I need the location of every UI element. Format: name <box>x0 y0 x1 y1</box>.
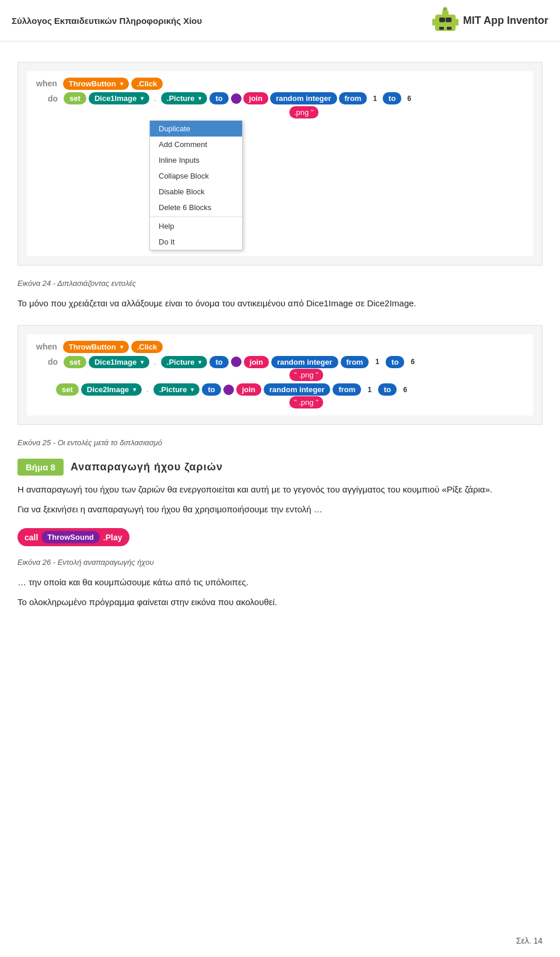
picture-25-2: .Picture ▾ <box>153 383 200 396</box>
blocks-area-24: when ThrowButton ▾ .Click do set <box>27 71 533 256</box>
context-menu-wrapper: Duplicate Add Comment Inline Inputs Coll… <box>149 120 527 250</box>
png-row-25-1: " .png " <box>289 369 527 380</box>
do-row-25-2: set Dice2Image ▾ . .Picture ▾ to join <box>56 383 527 396</box>
step-8-badge: Βήμα 8 <box>18 459 64 476</box>
context-menu: Duplicate Add Comment Inline Inputs Coll… <box>149 120 243 250</box>
join-block-label: join <box>243 92 268 104</box>
png-text-25-2: " .png " <box>289 396 323 408</box>
text-paragraph-1: Το μόνο που χρειάζεται να αλλάξουμε είνα… <box>18 296 542 310</box>
purple-circle-25-2 <box>223 385 234 395</box>
random-integer-block: random integer <box>270 92 337 104</box>
dot-connector: . <box>152 93 159 104</box>
text-paragraph-5: Το ολοκληρωμένο πρόγραμμα φαίνεται στην … <box>18 595 542 609</box>
do-row-24: do set Dice1Image ▾ . .Picture ▾ <box>44 92 527 105</box>
when-keyword: when <box>33 77 61 90</box>
join-25-1: join <box>244 356 269 368</box>
svg-rect-4 <box>456 19 459 26</box>
dropdown-arrow: ▾ <box>120 81 123 87</box>
from-label: from <box>339 92 368 104</box>
menu-add-comment[interactable]: Add Comment <box>150 137 242 152</box>
png-row: .png " <box>289 107 527 117</box>
text-paragraph-2: Η αναπαραγωγή του ήχου των ζαριών θα ενε… <box>18 483 542 497</box>
svg-point-9 <box>444 8 446 11</box>
menu-inline-inputs[interactable]: Inline Inputs <box>150 152 242 168</box>
click-block-25: .Click <box>131 341 163 353</box>
do-keyword: do <box>44 92 61 105</box>
menu-do-it[interactable]: Do It <box>150 234 242 250</box>
call-block-display: call ThrowSound .Play <box>18 528 130 546</box>
figure-24-container: when ThrowButton ▾ .Click do set <box>18 62 542 266</box>
page-number: Σελ. 14 <box>516 936 542 945</box>
svg-rect-2 <box>446 18 452 22</box>
blocks-area-25: when ThrowButton ▾ .Click do set Dice1Im… <box>27 334 533 415</box>
n1-25-1: 1 <box>371 357 383 367</box>
when-keyword-25: when <box>33 340 61 353</box>
num1-block: 1 <box>369 93 381 104</box>
call-block-container: call ThrowSound .Play <box>18 523 542 551</box>
dice1image-25: Dice1Image ▾ <box>89 356 149 368</box>
from-25-2: from <box>332 383 361 396</box>
to2-25-1: to <box>386 356 404 368</box>
set-label-25: set <box>64 356 86 368</box>
click-block: .Click <box>131 78 163 90</box>
num6-block: 6 <box>403 93 415 104</box>
org-name: Σύλλογος Εκπαιδευτικών Πληροφορικής Χίου <box>12 16 202 26</box>
picture-block: .Picture ▾ <box>161 92 208 104</box>
n1-25-2: 1 <box>363 385 376 395</box>
menu-help[interactable]: Help <box>150 218 242 234</box>
text-paragraph-4: … την οποία και θα κουμπώσουμε κάτω από … <box>18 575 542 589</box>
set-label-25-2: set <box>56 383 79 396</box>
throw-button-block-25: ThrowButton ▾ <box>63 341 129 353</box>
join-25-2: join <box>236 383 261 396</box>
throw-button-block: ThrowButton ▾ <box>63 78 129 90</box>
to-label: to <box>209 92 228 104</box>
figure-25-container: when ThrowButton ▾ .Click do set Dice1Im… <box>18 325 542 425</box>
figure-24-caption: Εικόνα 24 - Διπλασιάζοντας εντολές <box>18 279 542 288</box>
svg-rect-0 <box>435 15 456 31</box>
step-8-title: Αναπαραγωγή ήχου ζαριών <box>71 461 223 473</box>
svg-rect-3 <box>432 19 435 26</box>
from-25-1: from <box>341 356 369 368</box>
step-8-header: Βήμα 8 Αναπαραγωγή ήχου ζαριών <box>18 459 542 476</box>
menu-collapse-block[interactable]: Collapse Block <box>150 168 242 184</box>
svg-rect-5 <box>439 27 444 30</box>
random-25-2: random integer <box>264 383 331 396</box>
purple-circle-25-1 <box>231 357 242 367</box>
figure-25-caption: Εικόνα 25 - Οι εντολές μετά το διπλασιασ… <box>18 438 542 447</box>
menu-divider <box>150 216 242 217</box>
to2-25-2: to <box>378 383 397 396</box>
throw-sound-label: ThrowSound <box>41 531 99 543</box>
png-text-25-1: " .png " <box>289 369 323 381</box>
mit-robot-icon <box>432 6 459 35</box>
random-25-1: random integer <box>271 356 338 368</box>
text-paragraph-3: Για να ξεκινήσει η αναπαραγωγή του ήχου … <box>18 502 542 516</box>
dot-1: . <box>152 357 159 368</box>
menu-duplicate[interactable]: Duplicate <box>150 121 242 137</box>
picture-25-1: .Picture ▾ <box>161 356 208 368</box>
dot-2: . <box>144 384 151 395</box>
png-row-25-2: " .png " <box>289 397 527 407</box>
dice2image-25: Dice2Image ▾ <box>81 383 142 396</box>
call-label: call <box>24 533 38 542</box>
mit-app-inventor-label: MIT App Inventor <box>463 15 548 27</box>
figure-26-caption: Εικόνα 26 - Εντολή αναπαραγωγής ήχου <box>18 558 542 567</box>
dice1image-block: Dice1Image ▾ <box>89 92 149 104</box>
to-25-1: to <box>209 356 228 368</box>
png-text: .png " <box>289 106 318 118</box>
purple-circle <box>231 93 242 104</box>
mit-branding: MIT App Inventor <box>432 6 548 35</box>
do-row-25-1: do set Dice1Image ▾ . .Picture ▾ to <box>44 355 527 368</box>
page-header: Σύλλογος Εκπαιδευτικών Πληροφορικής Χίου… <box>0 0 560 41</box>
main-content: when ThrowButton ▾ .Click do set <box>0 41 560 627</box>
play-label: .Play <box>103 533 123 542</box>
svg-rect-6 <box>447 27 452 30</box>
when-row: when ThrowButton ▾ .Click <box>33 77 527 90</box>
to-25-2: to <box>202 383 220 396</box>
menu-disable-block[interactable]: Disable Block <box>150 184 242 200</box>
svg-rect-1 <box>439 18 445 22</box>
do-keyword-25: do <box>44 355 61 368</box>
set-label: set <box>64 92 86 104</box>
menu-delete-blocks[interactable]: Delete 6 Blocks <box>150 200 242 215</box>
when-row-25: when ThrowButton ▾ .Click <box>33 340 527 353</box>
to2-label: to <box>383 92 401 104</box>
